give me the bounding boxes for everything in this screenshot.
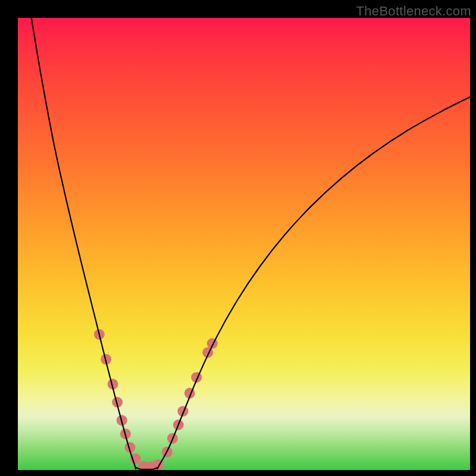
chart-frame: TheBottleneck.com — [0, 0, 476, 476]
data-marker — [207, 338, 218, 349]
bottleneck-curve — [32, 18, 470, 469]
plot-area — [18, 18, 470, 470]
chart-overlay — [18, 18, 470, 470]
watermark-text: TheBottleneck.com — [356, 4, 471, 19]
data-markers — [94, 329, 218, 470]
